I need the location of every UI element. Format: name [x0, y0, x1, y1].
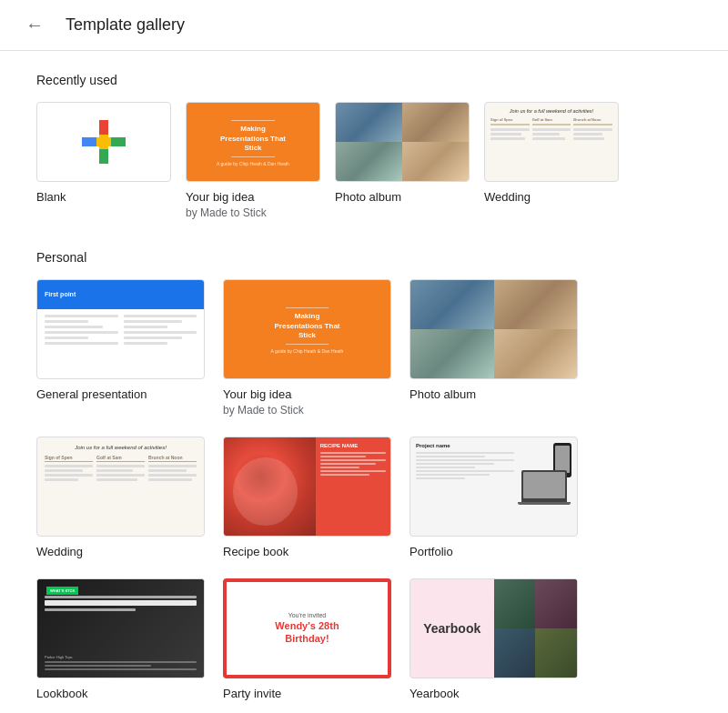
header: ← Template gallery — [0, 0, 728, 51]
google-plus-icon — [82, 120, 126, 164]
template-thumb-wedding-recent: Join us for a full weekend of activities… — [484, 102, 619, 182]
lookbook-text-area — [45, 596, 197, 613]
wedding-col-1: Sign of Spen — [490, 117, 530, 142]
wedding-lg-col-3: Brunch at Noon — [148, 455, 197, 483]
template-name-portfolio: Portfolio — [410, 544, 578, 560]
template-item-blank[interactable]: Blank — [36, 102, 171, 221]
template-name-your-big-idea: Your big idea — [223, 387, 391, 403]
photo-bl — [336, 142, 402, 181]
template-name-your-big-idea-recent: Your big idea — [186, 189, 320, 206]
wedding-cols-recent: Sign of Spen Golf at Sam Bru — [490, 117, 612, 142]
laptop-device — [521, 470, 567, 502]
template-name-photo-album: Photo album — [410, 387, 578, 403]
template-name-wedding-recent: Wedding — [484, 189, 619, 206]
recipe-photo — [224, 437, 316, 536]
template-thumb-yearbook: Yearbook — [410, 578, 578, 678]
orange-title: MakingPresentations ThatStick — [271, 312, 344, 340]
template-thumb-wedding: Join us for a full weekend of activities… — [36, 437, 205, 537]
template-name-blank: Blank — [36, 189, 171, 206]
personal-grid: First point — [36, 279, 692, 702]
template-name-general: General presentation — [36, 387, 205, 403]
template-thumb-portfolio: Project name — [410, 437, 578, 537]
yearbook-left: Yearbook — [410, 579, 494, 678]
general-header: First point — [37, 280, 204, 309]
template-item-wedding-recent[interactable]: Join us for a full weekend of activities… — [484, 102, 619, 221]
yearbook-right — [494, 579, 578, 678]
template-name-party: Party invite — [223, 686, 391, 702]
template-item-party[interactable]: You're invited Wendy's 28thBirthday! Par… — [223, 578, 391, 702]
template-thumb-photo-album-recent — [335, 102, 470, 182]
portfolio-devices — [521, 443, 571, 502]
template-name-recipe: Recipe book — [223, 544, 391, 560]
recipe-content: RECIPE NAME — [224, 437, 390, 536]
wedding-lg-cols: Sign of Spen Golf at Sam Bru — [45, 455, 197, 483]
lookbook-badge: WHAT'S STCK — [46, 587, 78, 595]
general-body — [37, 309, 204, 353]
yearbook-cell-2 — [535, 579, 577, 628]
wedding-lg-col-1: Sign of Spen — [45, 455, 93, 483]
template-thumb-blank — [36, 102, 171, 182]
template-item-your-big-idea-recent[interactable]: MakingPresentations ThatStick A guide by… — [186, 102, 320, 221]
template-thumb-recipe: RECIPE NAME — [223, 437, 391, 537]
template-thumb-photo-album — [410, 279, 578, 379]
photo-large-tl — [410, 280, 494, 329]
template-author-your-big-idea-recent: by Made to Stick — [186, 206, 320, 221]
photo-grid-recent — [336, 103, 469, 181]
orange-subtitle: A guide by Chip Heath & Dan Heath — [271, 348, 344, 355]
general-col-1 — [45, 315, 118, 347]
template-name-photo-album-recent: Photo album — [335, 189, 470, 206]
template-item-photo-album-recent[interactable]: Photo album — [335, 102, 470, 221]
template-name-lookbook: Lookbook — [36, 686, 205, 702]
template-thumb-general: First point — [36, 279, 205, 379]
wedding-lg-title: Join us for a full weekend of activities… — [45, 445, 197, 450]
orange-content-recent: MakingPresentations ThatStick A guide by… — [217, 116, 289, 167]
wedding-title-recent: Join us for a full weekend of activities… — [490, 108, 612, 114]
photo-large-br — [494, 329, 578, 378]
page-title: Template gallery — [66, 15, 185, 35]
lookbook-bottom: Parker High Tops — [45, 655, 197, 670]
recently-used-grid: Blank MakingPresentations ThatStick A gu… — [36, 102, 692, 221]
photo-large-bl — [410, 329, 494, 378]
yearbook-text: Yearbook — [423, 621, 480, 636]
wedding-col-3: Brunch at Noon — [573, 117, 612, 142]
wedding-lg-col-2: Golf at Sam — [96, 455, 145, 483]
template-item-photo-album[interactable]: Photo album — [410, 279, 578, 418]
template-item-wedding[interactable]: Join us for a full weekend of activities… — [36, 437, 205, 560]
laptop-base — [518, 502, 571, 505]
back-button[interactable]: ← — [18, 9, 51, 42]
laptop-screen — [523, 472, 565, 498]
main-content: Recently used Blank MakingPresentations … — [0, 51, 728, 713]
recipe-left — [224, 437, 316, 536]
template-item-general[interactable]: First point — [36, 279, 205, 418]
photo-grid-large — [410, 280, 577, 378]
yearbook-cell-1 — [494, 579, 536, 628]
party-content: You're invited Wendy's 28thBirthday! — [275, 612, 339, 644]
party-name: Wendy's 28thBirthday! — [275, 620, 339, 644]
photo-tr — [402, 103, 469, 142]
yearbook-cell-3 — [494, 628, 536, 678]
template-item-yearbook[interactable]: Yearbook Yearbook — [410, 578, 578, 702]
personal-label: Personal — [36, 250, 692, 265]
recently-used-label: Recently used — [36, 73, 692, 87]
orange-title-recent: MakingPresentations ThatStick — [217, 125, 289, 153]
template-name-yearbook: Yearbook — [410, 686, 578, 702]
photo-large-tr — [494, 280, 578, 329]
general-header-text: First point — [45, 291, 76, 297]
general-col-2 — [124, 315, 197, 347]
template-item-portfolio[interactable]: Project name — [410, 437, 578, 560]
portfolio-left: Project name — [416, 443, 514, 481]
photo-tl — [336, 103, 402, 142]
photo-br — [402, 142, 469, 181]
recipe-name: RECIPE NAME — [320, 443, 386, 448]
template-thumb-party: You're invited Wendy's 28thBirthday! — [223, 578, 391, 678]
template-thumb-lookbook: WHAT'S STCK Parker High Tops — [36, 578, 205, 678]
template-item-lookbook[interactable]: WHAT'S STCK Parker High Tops Lookbook — [36, 578, 205, 702]
orange-content: MakingPresentations ThatStick A guide by… — [271, 304, 344, 355]
template-author-your-big-idea: by Made to Stick — [223, 403, 391, 418]
template-thumb-your-big-idea: MakingPresentations ThatStick A guide by… — [223, 279, 391, 379]
orange-subtitle-recent: A guide by Chip Heath & Dan Heath — [217, 161, 289, 167]
template-name-wedding: Wedding — [36, 544, 205, 560]
template-item-your-big-idea[interactable]: MakingPresentations ThatStick A guide by… — [223, 279, 391, 418]
template-item-recipe[interactable]: RECIPE NAME Recipe book — [223, 437, 391, 560]
recipe-right: RECIPE NAME — [316, 437, 390, 536]
